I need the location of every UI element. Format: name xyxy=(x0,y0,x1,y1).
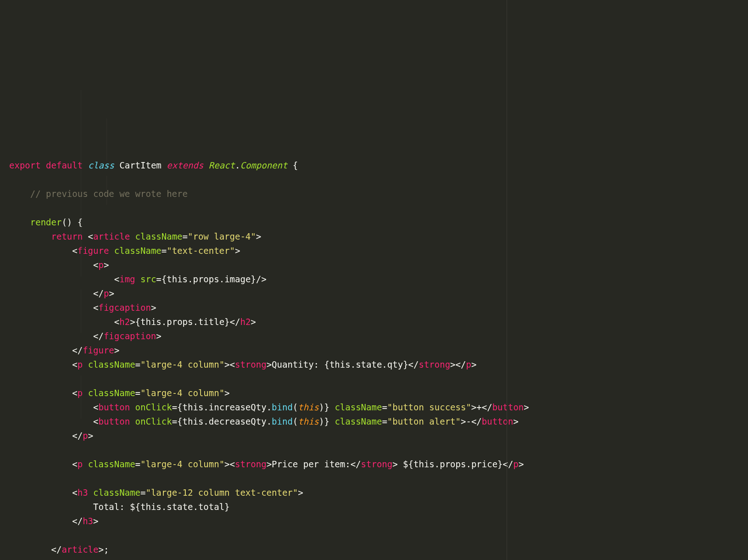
code-line: Total: ${this.state.total} xyxy=(9,502,230,512)
indent-guide xyxy=(81,375,81,419)
code-line: <h2>{this.props.title}</h2> xyxy=(9,317,256,327)
code-line: <button onClick={this.decreaseQty.bind(t… xyxy=(9,416,519,426)
code-line: <img src={this.props.image}/> xyxy=(9,274,267,284)
code-line: </h3> xyxy=(9,516,99,526)
indent-guide xyxy=(106,176,107,205)
code-line: <p className="large-4 column"><strong>Qu… xyxy=(9,359,476,370)
code-line: <button onClick={this.increaseQty.bind(t… xyxy=(9,402,529,412)
code-line: <figure className="text-center"> xyxy=(9,246,240,256)
code-line: export default class CartItem extends Re… xyxy=(9,160,298,170)
code-line: // previous code we wrote here xyxy=(9,189,188,199)
code-line: </article>; xyxy=(9,544,109,554)
code-line: </figcaption> xyxy=(9,331,162,341)
indent-guide xyxy=(81,90,81,276)
code-line: <h3 className="large-12 column text-cent… xyxy=(9,487,303,498)
code-line: </figure> xyxy=(9,345,119,355)
code-line: </p> xyxy=(9,288,114,298)
code-line: <p className="large-4 column"><strong>Pr… xyxy=(9,459,524,469)
indent-guide xyxy=(106,118,107,162)
code-line: <p> xyxy=(9,260,109,270)
code-line: <figcaption> xyxy=(9,302,156,313)
code-editor[interactable]: export default class CartItem extends Re… xyxy=(0,157,748,560)
code-line: </p> xyxy=(9,431,93,441)
code-line: <p className="large-4 column"> xyxy=(9,388,230,398)
column-ruler xyxy=(507,0,507,560)
code-line: render() { xyxy=(9,217,83,227)
code-line: return <article className="row large-4"> xyxy=(9,231,261,241)
indent-guide xyxy=(81,290,81,333)
